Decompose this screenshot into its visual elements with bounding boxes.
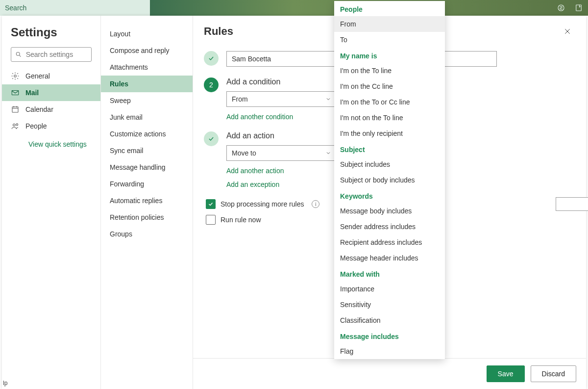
svg-point-10 [13,124,16,127]
settings-nav: General Mail Calendar People [2,68,100,134]
svg-line-3 [20,55,21,57]
bottom-strip: lp [0,378,15,389]
subnav-sweep[interactable]: Sweep [101,92,193,109]
dropdown-item[interactable]: To [334,32,445,48]
view-quick-settings[interactable]: View quick settings [2,134,100,154]
dropdown-item[interactable]: Sender address includes [334,219,445,234]
topbar-icons [557,0,588,16]
nav-mail[interactable]: Mail [2,84,100,101]
app-topbar: Search [0,0,588,16]
dropdown-item[interactable]: From [334,16,445,32]
footer: Save Discard [193,358,586,389]
check-icon [208,135,215,142]
nav-label: People [25,122,47,130]
subnav-layout[interactable]: Layout [101,26,193,42]
svg-rect-5 [12,91,19,95]
action-target-select[interactable] [556,197,588,211]
calendar-icon [11,105,20,114]
subnav-retention[interactable]: Retention policies [101,209,193,226]
step-badge-2: 2 [204,78,219,92]
nav-general[interactable]: General [2,68,100,84]
save-button[interactable]: Save [487,365,525,382]
nav-label: Mail [25,89,39,97]
dropdown-group-header: Keywords [334,188,445,203]
nav-label: General [25,72,50,80]
subnav-compose[interactable]: Compose and reply [101,42,193,59]
dropdown-item[interactable]: Subject includes [334,156,445,172]
close-icon [564,27,571,35]
condition-value: From [232,95,248,103]
dropdown-item[interactable]: Flag [334,343,445,359]
subnav-message-handling[interactable]: Message handling [101,159,193,176]
condition-select[interactable]: From [226,91,337,107]
nav-label: Calendar [25,105,53,113]
search-icon [15,51,22,58]
dropdown-item[interactable]: Importance [334,281,445,297]
subnav-rules[interactable]: Rules [101,76,193,92]
svg-point-4 [14,75,17,78]
chevron-down-icon [325,150,331,156]
dropdown-item[interactable]: I'm not on the To line [334,110,445,126]
add-another-action[interactable]: Add another action [226,167,284,175]
step-badge-done [204,131,219,146]
subnav-forwarding[interactable]: Forwarding [101,176,193,192]
svg-rect-1 [576,5,582,11]
page-title: Rules [204,25,233,38]
svg-point-11 [16,124,18,126]
subnav-customize-actions[interactable]: Customize actions [101,126,193,142]
settings-panel: Settings General Mail Calendar People [2,16,586,389]
subnav-sync-email[interactable]: Sync email [101,142,193,159]
check-icon [208,201,214,207]
nav-people[interactable]: People [2,118,100,134]
dropdown-item[interactable]: Message header includes [334,250,445,266]
nav-calendar[interactable]: Calendar [2,101,100,118]
dropdown-item[interactable]: I'm on the Cc line [334,78,445,94]
condition-dropdown[interactable]: PeopleFromToMy name isI'm on the To line… [334,1,445,359]
subnav-junk[interactable]: Junk email [101,109,193,126]
action-value: Move to [232,149,256,157]
svg-rect-6 [12,107,18,112]
action-target-select-wrap [556,197,588,211]
note-icon[interactable] [574,3,583,12]
search-settings[interactable] [11,47,92,62]
close-button[interactable] [560,24,575,39]
dropdown-group-header: Message includes [334,328,445,343]
dropdown-group-header: My name is [334,48,445,63]
mail-icon [11,88,20,97]
subnav-auto-replies[interactable]: Automatic replies [101,192,193,209]
dropdown-item[interactable]: I'm the only recipient [334,126,445,141]
global-search[interactable]: Search [0,0,150,16]
dropdown-item[interactable]: Message body includes [334,203,445,219]
dropdown-group-header: People [334,1,445,16]
info-icon[interactable]: i [312,200,319,208]
stop-processing-label: Stop processing more rules [220,200,304,208]
dropdown-group-header: Marked with [334,266,445,281]
mail-settings-subnav: Layout Compose and reply Attachments Rul… [101,16,193,389]
discard-button[interactable]: Discard [531,365,576,382]
subnav-attachments[interactable]: Attachments [101,59,193,76]
subnav-groups[interactable]: Groups [101,226,193,242]
stop-processing-checkbox[interactable] [206,199,216,209]
gear-icon [11,72,20,80]
action-select[interactable]: Move to [226,145,337,161]
dropdown-item[interactable]: Recipient address includes [334,234,445,250]
people-icon [11,122,20,130]
rule-name-value: Sam Bocetta [232,55,271,63]
dropdown-item[interactable]: I'm on the To line [334,63,445,78]
check-icon [208,55,215,62]
dropdown-group-header: Subject [334,141,445,156]
dropdown-item[interactable]: Sensitivity [334,297,445,312]
skype-icon[interactable] [557,3,565,12]
add-another-condition[interactable]: Add another condition [226,113,293,121]
run-now-checkbox[interactable] [206,215,216,225]
dropdown-item[interactable]: Subject or body includes [334,172,445,188]
step-badge-done [204,51,219,66]
settings-sidebar: Settings General Mail Calendar People [2,16,101,389]
dropdown-item[interactable]: Classification [334,312,445,328]
svg-point-2 [16,52,20,55]
search-settings-input[interactable] [26,51,87,58]
global-search-placeholder: Search [5,4,26,12]
run-now-label: Run rule now [220,216,261,224]
chevron-down-icon [325,96,331,102]
dropdown-item[interactable]: I'm on the To or Cc line [334,94,445,110]
